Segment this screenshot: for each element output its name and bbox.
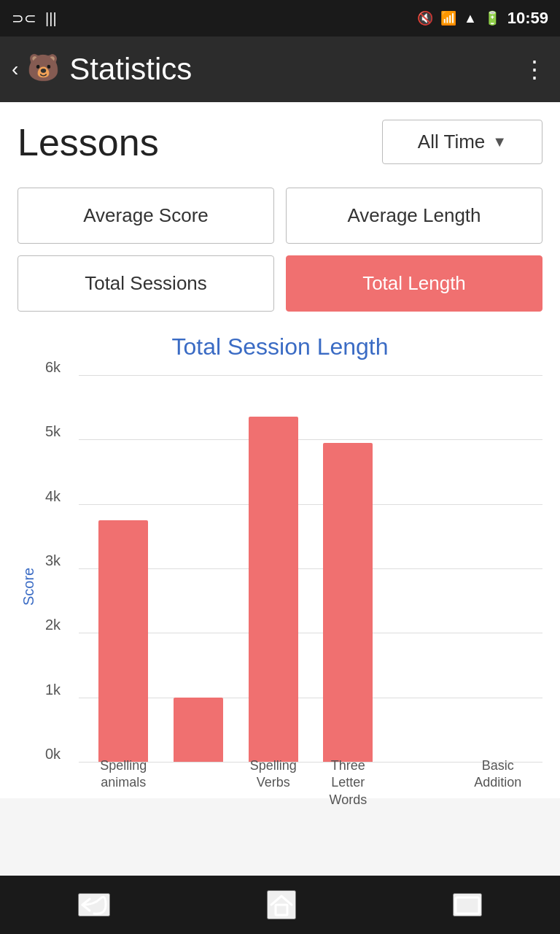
lessons-heading: Lessons — [18, 120, 159, 164]
chart-container: Score 6k 5k 4k 3k — [18, 375, 542, 798]
x-label-5: BasicAddition — [460, 754, 535, 798]
chart-section: Total Session Length Score 6k 5k 4k — [18, 333, 542, 798]
svg-rect-1 — [456, 898, 479, 914]
top-app-bar: ‹ 🐻 Statistics ⋮ — [0, 36, 560, 102]
recent-apps-button[interactable] — [453, 893, 482, 916]
home-nav-button[interactable] — [267, 890, 296, 919]
total-length-button[interactable]: Total Length — [286, 255, 542, 312]
back-icon[interactable]: ‹ — [12, 58, 18, 81]
x-label-4 — [386, 754, 461, 798]
chevron-down-icon: ▼ — [492, 134, 507, 150]
grid-label-6k: 6k — [45, 359, 61, 376]
grid-label-1k: 1k — [45, 681, 61, 698]
bar-3 — [323, 443, 373, 762]
stat-buttons-grid: Average Score Average Length Total Sessi… — [18, 188, 542, 312]
main-content: Lessons All Time ▼ Average Score Average… — [0, 102, 560, 798]
bar-group-1 — [161, 375, 236, 762]
svg-rect-0 — [276, 905, 287, 915]
status-time: 10:59 — [508, 9, 548, 28]
x-axis-labels: SpellinganimalsSpellingVerbsThreeLetterW… — [79, 754, 542, 798]
more-options-icon[interactable]: ⋮ — [523, 58, 548, 81]
grid-label-4k: 4k — [45, 487, 61, 504]
bar-0 — [98, 520, 148, 762]
page-title: Statistics — [69, 52, 192, 87]
grid-label-3k: 3k — [45, 552, 61, 569]
chart-inner: 6k 5k 4k 3k 2k 1k — [42, 375, 542, 798]
bar-group-5 — [460, 375, 535, 762]
bar-group-2 — [236, 375, 311, 762]
bar-group-3 — [311, 375, 386, 762]
lessons-row: Lessons All Time ▼ — [18, 120, 542, 164]
y-axis-label: Score — [18, 375, 39, 798]
voicemail-icon: ⊃⊂ — [12, 9, 36, 27]
back-nav-button[interactable] — [78, 893, 110, 916]
x-label-3: ThreeLetterWords — [311, 754, 386, 798]
x-label-0: Spellinganimals — [86, 754, 161, 798]
wifi-icon: 📶 — [440, 10, 456, 26]
barcode-icon: ||| — [45, 10, 57, 27]
x-label-1 — [161, 754, 236, 798]
bar-1 — [174, 698, 223, 762]
bar-2 — [249, 417, 298, 762]
battery-icon: 🔋 — [484, 10, 500, 26]
bar-group-4 — [386, 375, 461, 762]
time-filter-dropdown[interactable]: All Time ▼ — [382, 120, 542, 164]
average-score-button[interactable]: Average Score — [18, 188, 274, 244]
bars-area — [79, 375, 542, 762]
status-bar-left: ⊃⊂ ||| — [12, 9, 57, 27]
signal-icon: ▲ — [464, 11, 477, 26]
mute-icon: 🔇 — [417, 10, 433, 26]
bottom-nav — [0, 876, 560, 934]
grid-label-5k: 5k — [45, 423, 61, 440]
top-bar-left: ‹ 🐻 Statistics — [12, 52, 192, 87]
grid-label-0k: 0k — [45, 746, 61, 763]
bear-icon: 🐻 — [27, 53, 61, 86]
total-sessions-button[interactable]: Total Sessions — [18, 255, 274, 312]
status-bar: ⊃⊂ ||| 🔇 📶 ▲ 🔋 10:59 — [0, 0, 560, 36]
time-filter-label: All Time — [418, 131, 485, 153]
chart-title: Total Session Length — [18, 333, 542, 360]
average-length-button[interactable]: Average Length — [286, 188, 542, 244]
status-bar-right: 🔇 📶 ▲ 🔋 10:59 — [417, 9, 548, 28]
grid-label-2k: 2k — [45, 617, 61, 633]
x-label-2: SpellingVerbs — [236, 754, 311, 798]
bar-group-0 — [86, 375, 161, 762]
